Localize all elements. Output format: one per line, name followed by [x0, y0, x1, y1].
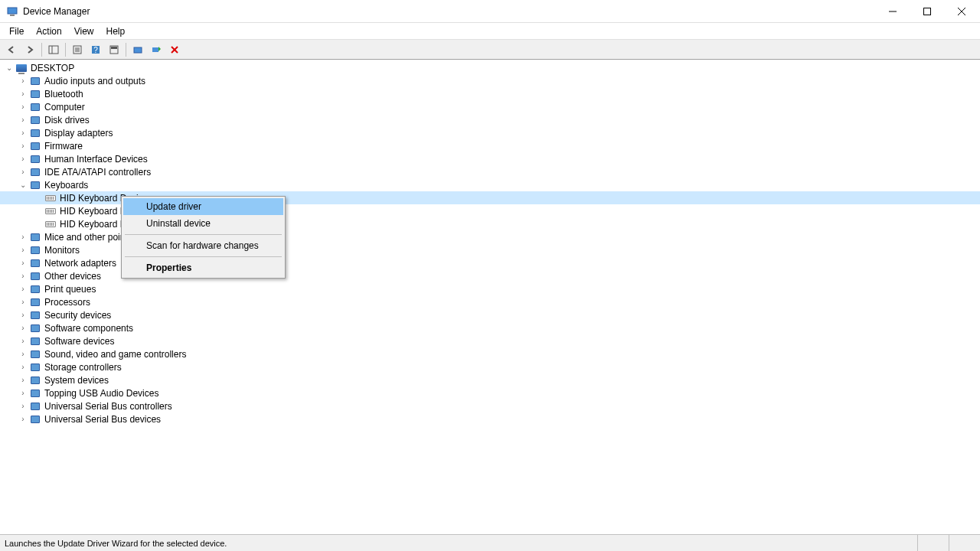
action-button[interactable]: [106, 41, 122, 58]
tree-category-node[interactable]: ›Sound, video and game controllers: [0, 347, 980, 360]
show-hide-console-tree-button[interactable]: [45, 41, 62, 58]
tree-category-node[interactable]: ›Firmware: [0, 139, 980, 152]
tree-category-label: Human Interface Devices: [44, 154, 148, 165]
window-title: Device Manager: [23, 6, 875, 17]
device-category-icon: [29, 270, 41, 282]
device-category-icon: [29, 374, 41, 386]
context-menu-separator: [125, 256, 282, 257]
device-category-icon: [29, 361, 41, 373]
tree-category-node[interactable]: ›Print queues: [0, 282, 980, 295]
chevron-right-icon[interactable]: ›: [17, 270, 29, 282]
chevron-right-icon[interactable]: ›: [17, 400, 29, 412]
tree-category-label: Monitors: [44, 245, 80, 256]
toolbar-separator: [126, 43, 126, 57]
keyboard-icon: [44, 192, 57, 204]
tree-category-node[interactable]: ›System devices: [0, 373, 980, 386]
menu-view[interactable]: View: [68, 24, 100, 38]
chevron-right-icon[interactable]: ›: [17, 114, 29, 126]
tree-category-node[interactable]: ›Topping USB Audio Devices: [0, 386, 980, 399]
chevron-right-icon[interactable]: ›: [17, 322, 29, 334]
tree-category-node[interactable]: ›Computer: [0, 100, 980, 113]
device-category-icon: [29, 101, 41, 113]
menu-help[interactable]: Help: [100, 24, 132, 38]
chevron-right-icon[interactable]: ›: [17, 244, 29, 256]
device-category-icon: [29, 166, 41, 178]
tree-category-node[interactable]: ›Processors: [0, 295, 980, 308]
chevron-right-icon[interactable]: ›: [17, 231, 29, 243]
chevron-right-icon[interactable]: ›: [17, 166, 29, 178]
chevron-right-icon[interactable]: ›: [17, 140, 29, 152]
close-button[interactable]: [944, 0, 978, 22]
back-button[interactable]: [3, 41, 20, 58]
tree-category-label: Sound, video and game controllers: [44, 349, 186, 360]
window-controls: [875, 0, 978, 22]
tree-category-node[interactable]: ⌄Keyboards: [0, 178, 980, 191]
tree-category-node[interactable]: ›Universal Serial Bus devices: [0, 412, 980, 425]
tree-category-node[interactable]: ›Disk drives: [0, 113, 980, 126]
tree-category-label: System devices: [44, 375, 109, 386]
tree-category-node[interactable]: ›Bluetooth: [0, 87, 980, 100]
chevron-right-icon[interactable]: ›: [17, 348, 29, 360]
status-text: Launches the Update Driver Wizard for th…: [0, 539, 917, 548]
tree-category-node[interactable]: ›Audio inputs and outputs: [0, 74, 980, 87]
tree-category-label: Audio inputs and outputs: [44, 76, 145, 86]
scan-hardware-button[interactable]: [148, 41, 165, 58]
chevron-right-icon[interactable]: ›: [17, 361, 29, 373]
tree-category-label: Other devices: [44, 271, 101, 282]
tree-category-label: Print queues: [44, 284, 96, 295]
chevron-right-icon[interactable]: ›: [17, 88, 29, 100]
ctx-uninstall-device[interactable]: Uninstall device: [123, 215, 283, 232]
tree-category-label: Universal Serial Bus controllers: [44, 401, 172, 412]
device-category-icon: [29, 387, 41, 399]
chevron-right-icon[interactable]: ›: [17, 283, 29, 295]
tree-category-label: Software components: [44, 323, 133, 334]
ctx-update-driver[interactable]: Update driver: [123, 198, 283, 215]
svg-text:?: ?: [93, 46, 98, 54]
tree-category-node[interactable]: ›Display adapters: [0, 126, 980, 139]
chevron-right-icon[interactable]: ›: [17, 153, 29, 165]
ctx-scan-hardware[interactable]: Scan for hardware changes: [123, 237, 283, 254]
tree-root-node[interactable]: ⌄ DESKTOP: [0, 61, 980, 74]
tree-category-node[interactable]: ›Software devices: [0, 334, 980, 347]
device-category-icon: [29, 153, 41, 165]
device-category-icon: [29, 283, 41, 295]
chevron-right-icon[interactable]: ›: [17, 413, 29, 425]
tree-category-label: Software devices: [44, 336, 114, 347]
tree-category-node[interactable]: ›Human Interface Devices: [0, 152, 980, 165]
chevron-right-icon[interactable]: ›: [17, 75, 29, 87]
help-button[interactable]: ?: [87, 41, 104, 58]
titlebar: Device Manager: [0, 0, 980, 23]
statusbar: Launches the Update Driver Wizard for th…: [0, 534, 980, 551]
chevron-down-icon[interactable]: ⌄: [17, 179, 29, 191]
ctx-properties[interactable]: Properties: [123, 259, 283, 276]
toolbar-separator: [41, 43, 42, 57]
device-category-icon: [29, 75, 41, 87]
chevron-right-icon[interactable]: ›: [17, 387, 29, 399]
tree-category-node[interactable]: ›Software components: [0, 321, 980, 334]
update-driver-button[interactable]: [129, 41, 146, 58]
menubar: File Action View Help: [0, 23, 980, 40]
chevron-right-icon[interactable]: ›: [17, 257, 29, 269]
maximize-button[interactable]: [910, 0, 944, 22]
tree-category-node[interactable]: ›IDE ATA/ATAPI controllers: [0, 165, 980, 178]
chevron-right-icon[interactable]: ›: [17, 374, 29, 386]
minimize-button[interactable]: [875, 0, 910, 22]
tree-category-node[interactable]: ›Storage controllers: [0, 360, 980, 373]
tree-category-label: Processors: [44, 297, 90, 308]
svg-rect-0: [8, 8, 17, 14]
svg-rect-3: [923, 8, 930, 15]
chevron-right-icon[interactable]: ›: [17, 309, 29, 321]
properties-button[interactable]: [69, 41, 86, 58]
menu-file[interactable]: File: [3, 24, 30, 38]
chevron-right-icon[interactable]: ›: [17, 335, 29, 347]
tree-category-node[interactable]: ›Security devices: [0, 308, 980, 321]
tree-category-node[interactable]: ›Universal Serial Bus controllers: [0, 399, 980, 412]
forward-button[interactable]: [21, 41, 38, 58]
uninstall-button[interactable]: [166, 41, 183, 58]
chevron-down-icon[interactable]: ⌄: [3, 62, 15, 74]
chevron-right-icon[interactable]: ›: [17, 127, 29, 139]
device-tree[interactable]: ⌄ DESKTOP ›Audio inputs and outputs›Blue…: [0, 60, 980, 534]
chevron-right-icon[interactable]: ›: [17, 296, 29, 308]
menu-action[interactable]: Action: [30, 24, 67, 38]
chevron-right-icon[interactable]: ›: [17, 101, 29, 113]
